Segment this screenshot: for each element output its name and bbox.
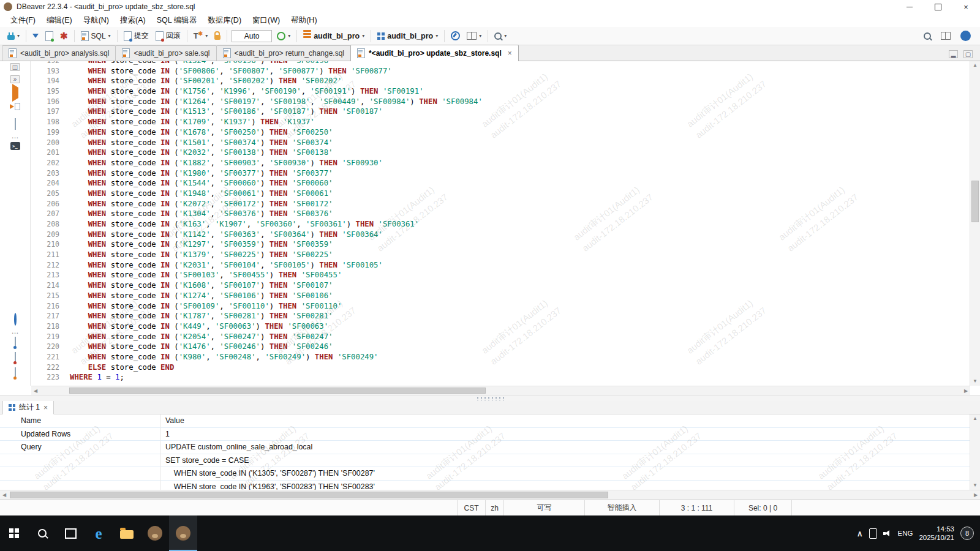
table-row[interactable]: Updated Rows1 [0, 428, 970, 441]
lock-button[interactable] [213, 30, 222, 41]
menu-window[interactable]: 窗口(W) [247, 14, 285, 27]
file-status-blue-icon[interactable] [15, 368, 16, 379]
scroll-right-icon[interactable]: ▶ [971, 490, 980, 500]
editor-horizontal-scrollbar[interactable]: ◀ ▶ [31, 386, 970, 395]
dbeaver-perspective-button[interactable] [959, 29, 973, 42]
results-vertical-scrollbar[interactable]: ▲ ▼ [970, 414, 980, 490]
code-line[interactable]: 215 WHEN store_code IN ('K1274', 'SF0010… [31, 291, 970, 301]
code-line[interactable]: 197 WHEN store_code IN ('K1513', 'SF0018… [31, 107, 970, 117]
splitter-grip[interactable] [476, 397, 504, 400]
code-line[interactable]: 212 WHEN store_code IN ('K2031', 'SF0010… [31, 260, 970, 271]
vertical-scroll-thumb[interactable] [971, 181, 979, 222]
maximize-view-icon[interactable]: ▢ [963, 50, 973, 58]
horizontal-scroll-thumb[interactable] [10, 492, 608, 498]
hidden-icons-button[interactable]: ∧ [857, 529, 863, 538]
code-line[interactable]: 222 ELSE store_code END [31, 362, 970, 373]
editor-tab-2[interactable]: <audit_bi_pro> return_change.sql [216, 45, 351, 61]
cell-name[interactable]: Query [0, 443, 160, 451]
status-write-mode[interactable]: 可写 [503, 500, 584, 515]
commit-button[interactable]: 提交 [122, 29, 151, 42]
sql-editor-button[interactable]: SQL ▾ [79, 30, 113, 42]
task-view-button[interactable] [56, 515, 85, 551]
status-caret-position[interactable]: 3 : 1 : 111 [659, 500, 734, 515]
status-insert-mode[interactable]: 智能插入 [584, 500, 659, 515]
code-line[interactable]: 216 WHEN store_code IN ('SF00109', 'SF00… [31, 301, 970, 312]
code-area[interactable]: 192 WHEN store_code IN ('K1324', 'SF0019… [31, 61, 970, 383]
code-line[interactable]: 195 WHEN store_code IN ('K1756', 'K1996'… [31, 86, 970, 97]
dbeaver-taskbar-button-active[interactable] [169, 515, 197, 551]
status-locale[interactable]: zh [485, 500, 503, 515]
code-line[interactable]: 202 WHEN store_code IN ('K1882', 'SF0090… [31, 158, 970, 168]
close-tab-icon[interactable]: × [508, 49, 512, 58]
table-row[interactable]: SET store_code = CASE [0, 454, 970, 468]
code-line[interactable]: 205 WHEN store_code IN ('K1948', 'SF0006… [31, 189, 970, 199]
minimize-view-icon[interactable]: ▂ [949, 50, 958, 58]
code-line[interactable]: 214 WHEN store_code IN ('K1608', 'SF0010… [31, 280, 970, 291]
new-connection-button[interactable]: ▾ [6, 31, 21, 41]
code-line[interactable]: 213 WHEN store_code IN ('SF00103', 'SF00… [31, 270, 970, 280]
close-button[interactable]: × [952, 0, 980, 13]
column-divider[interactable] [160, 414, 161, 490]
code-line[interactable]: 220 WHEN store_code IN ('K1476', 'SF0024… [31, 342, 970, 352]
edge-button[interactable]: e [85, 515, 113, 551]
table-row[interactable]: WHEN store_code IN ('K1963', 'SF00283') … [0, 481, 970, 490]
maximize-button[interactable] [924, 0, 952, 13]
quick-search-button[interactable] [922, 31, 933, 41]
execute-script-icon[interactable] [10, 103, 20, 110]
menu-help[interactable]: 帮助(H) [285, 14, 322, 27]
expand-panel-icon[interactable]: » [10, 75, 20, 83]
editor-tab-1[interactable]: <audit_bi_pro> sale.sql [115, 45, 216, 61]
taskbar-clock[interactable]: 14:53 2025/10/21 [919, 525, 954, 542]
scroll-down-icon[interactable]: ▼ [970, 377, 980, 386]
code-line[interactable]: 218 WHEN store_code IN ('K449', 'SF00063… [31, 321, 970, 332]
code-line[interactable]: 207 WHEN store_code IN ('K1304', 'SF0037… [31, 209, 970, 219]
overflow-dots-icon[interactable]: … [12, 329, 19, 333]
code-line[interactable]: 219 WHEN store_code IN ('K2054', 'SF0024… [31, 332, 970, 342]
code-line[interactable]: 196 WHEN store_code IN ('K1264', 'SF0019… [31, 97, 970, 107]
scroll-right-icon[interactable]: ▶ [962, 386, 970, 395]
code-line[interactable]: 211 WHEN store_code IN ('K1379', 'SF0022… [31, 250, 970, 260]
cell-value[interactable]: 1 [160, 430, 170, 438]
code-line[interactable]: 223WHERE 1 = 1; [31, 372, 970, 383]
script-icon[interactable] [15, 119, 16, 130]
code-line[interactable]: 199 WHEN store_code IN ('K1678', 'SF0025… [31, 127, 970, 138]
code-line[interactable]: 192 WHEN store_code IN ('K1324', 'SF0019… [31, 61, 970, 66]
table-row[interactable]: WHEN store_code IN ('K1305', 'SF00287') … [0, 467, 970, 481]
menu-search[interactable]: 搜索(A) [115, 14, 151, 27]
code-line[interactable]: 198 WHEN store_code IN ('K1709', 'K1937'… [31, 117, 970, 127]
save-file-button[interactable] [43, 30, 55, 42]
code-line[interactable]: 221 WHEN store_code IN ('K980', 'SF00248… [31, 352, 970, 362]
code-line[interactable]: 193 WHEN store_code IN ('SF00806', 'SF00… [31, 66, 970, 77]
code-line[interactable]: 206 WHEN store_code IN ('K2072', 'SF0017… [31, 199, 970, 209]
code-line[interactable]: 217 WHEN store_code IN ('K1787', 'SF0028… [31, 311, 970, 321]
close-tab-icon[interactable]: × [43, 403, 48, 412]
overflow-dots-icon[interactable]: … [12, 134, 19, 138]
start-button[interactable] [0, 515, 28, 551]
status-selection[interactable]: Sel: 0 | 0 [734, 500, 791, 515]
device-icon[interactable] [869, 528, 877, 539]
code-line[interactable]: 204 WHEN store_code IN ('K1544', 'SF0006… [31, 178, 970, 189]
horizontal-scroll-thumb[interactable] [69, 388, 486, 394]
results-horizontal-scrollbar[interactable]: ◀ ▶ [0, 490, 980, 500]
menu-edit[interactable]: 编辑(E) [41, 14, 78, 27]
status-timezone[interactable]: CST [457, 500, 485, 515]
code-line[interactable]: 194 WHEN store_code IN ('SF00201', 'SF00… [31, 76, 970, 86]
language-indicator[interactable]: ENG [898, 530, 913, 537]
open-terminal-icon[interactable]: >_ [10, 142, 20, 150]
settings-gear-icon[interactable] [14, 314, 17, 325]
column-header-value[interactable]: Value [160, 416, 184, 425]
scroll-up-icon[interactable]: ▲ [970, 414, 980, 423]
menu-sql-editor[interactable]: SQL 编辑器 [151, 14, 203, 27]
file-status-red-icon[interactable] [15, 353, 16, 364]
code-line[interactable]: 209 WHEN store_code IN ('K1142', 'SF0036… [31, 230, 970, 240]
scroll-up-icon[interactable]: ▲ [970, 61, 980, 70]
navigator-button[interactable] [449, 30, 462, 42]
toolbar-search-button[interactable]: ▾ [492, 31, 508, 41]
scroll-left-icon[interactable]: ◀ [0, 490, 9, 500]
editor-tab-0[interactable]: <audit_bi_pro> analysis.sql [2, 45, 116, 61]
database-selector[interactable]: audit_bi_pro ▾ [301, 31, 366, 42]
minimize-button[interactable] [895, 0, 924, 13]
code-line[interactable]: 208 WHEN store_code IN ('K163', 'K1907',… [31, 219, 970, 230]
open-perspective-button[interactable] [939, 31, 952, 41]
code-line[interactable]: 203 WHEN store_code IN ('K1980', 'SF0037… [31, 168, 970, 179]
